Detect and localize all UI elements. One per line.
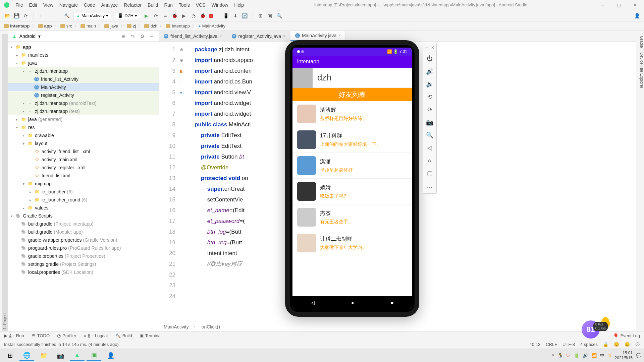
friend-item[interactable]: 杰杰有无王者选手。 bbox=[292, 204, 412, 230]
emu-power-icon[interactable]: ⏻ bbox=[423, 53, 436, 65]
friend-item[interactable]: 计科二班副群大家做下青年大学习。 bbox=[292, 230, 412, 256]
tree-node[interactable]: ▾▫zj.dzh.intentapp bbox=[8, 67, 159, 75]
sdk-icon[interactable]: ⬇ bbox=[232, 13, 238, 19]
tray-wifi-icon[interactable]: 📶 bbox=[591, 353, 597, 358]
friend-item[interactable]: 17计科群上面的问卷大家好好填一下。 bbox=[292, 127, 412, 153]
menu-window[interactable]: Window bbox=[212, 2, 228, 8]
lock-icon[interactable]: 🔒 bbox=[603, 342, 608, 347]
rail-device-file[interactable]: Device File Explorer bbox=[639, 51, 644, 90]
tool-terminal[interactable]: ▣Terminal bbox=[140, 333, 162, 338]
bc-src[interactable]: src bbox=[60, 23, 72, 28]
save-icon[interactable]: 💾 bbox=[13, 13, 19, 19]
tray-chevron-icon[interactable]: ^ bbox=[552, 353, 554, 358]
tray-shield-icon[interactable]: 🛡 bbox=[566, 353, 571, 358]
line-ending[interactable]: CRLF bbox=[546, 342, 557, 347]
tree-node[interactable]: ▾📁mipmap bbox=[8, 180, 159, 188]
expand-icon[interactable]: ⇆ bbox=[129, 34, 136, 39]
friend-item[interactable]: 渣渣辉蓝桥杯题目好好练练。 bbox=[292, 101, 412, 127]
tree-node[interactable]: ▸📁java (generated) bbox=[8, 115, 159, 123]
run-icon[interactable]: ▶ bbox=[144, 13, 150, 19]
user-icon[interactable]: 👤 bbox=[634, 13, 640, 19]
emu-overview-icon[interactable]: ▢ bbox=[423, 167, 436, 179]
tool-run[interactable]: ▶4: Run bbox=[4, 333, 24, 338]
tree-node[interactable]: Cfriend_list_Activity bbox=[8, 75, 159, 83]
bc-zj[interactable]: zj bbox=[127, 23, 136, 28]
bc-mainactivity[interactable]: ●MainActivity bbox=[198, 23, 225, 28]
menu-run[interactable]: Run bbox=[164, 2, 173, 8]
close-icon[interactable]: × bbox=[220, 34, 222, 39]
avd-icon[interactable]: 📱 bbox=[223, 13, 229, 19]
assistant-badge[interactable]: 81 0 K/s 0.1 K/s bbox=[582, 320, 608, 341]
nav-back-icon[interactable]: ◁ bbox=[311, 300, 315, 305]
tray-volume-icon[interactable]: 🔊 bbox=[583, 353, 588, 358]
emu-rotate-left-icon[interactable]: ⟲ bbox=[423, 91, 436, 103]
tray-battery-icon[interactable]: 🔋 bbox=[574, 353, 579, 358]
menu-edit[interactable]: Edit bbox=[29, 2, 37, 8]
menu-code[interactable]: Code bbox=[84, 2, 95, 8]
tree-node[interactable]: ▸📁ic_launcher_round (6) bbox=[8, 196, 159, 204]
emu-minimize-icon[interactable]: ─ bbox=[425, 45, 428, 50]
friends-list[interactable]: 渣渣辉蓝桥杯题目好好练练。17计科群上面的问卷大家好好填一下。潇潇早睡早起身体好… bbox=[292, 101, 412, 296]
tree-node[interactable]: ▾📁java bbox=[8, 59, 159, 67]
tree-node[interactable]: ▸📁manifests bbox=[8, 51, 159, 59]
tree-node[interactable]: 🐘settings.gradle (Project Settings) bbox=[8, 260, 159, 268]
crumb-class[interactable]: MainActivity bbox=[164, 324, 189, 329]
menu-view[interactable]: View bbox=[43, 2, 53, 8]
tree-node[interactable]: ▸▫zj.dzh.intentapp (androidTest) bbox=[8, 99, 159, 107]
menu-refactor[interactable]: Refactor bbox=[124, 2, 142, 8]
taskbar-app5[interactable]: ▣ bbox=[87, 350, 101, 361]
crumb-method[interactable]: onClick() bbox=[202, 324, 220, 329]
tree-node[interactable]: CMainActivity bbox=[8, 83, 159, 91]
device-combo[interactable]: 📱 DZH ▾ bbox=[115, 12, 140, 19]
close-icon[interactable]: × bbox=[283, 34, 285, 39]
emu-back-icon[interactable]: ◁ bbox=[423, 142, 436, 154]
tree-node[interactable]: 🐘build.gradle (Project: intentapp) bbox=[8, 220, 159, 228]
tree-node[interactable]: Cregister_Activity bbox=[8, 91, 159, 99]
event-log[interactable]: 🎈Event Log bbox=[613, 333, 640, 338]
taskbar-files[interactable]: 📁 bbox=[36, 350, 51, 361]
friend-item[interactable]: 婧婧吃饭去了吗? bbox=[292, 179, 412, 204]
debug-icon[interactable]: 🐞 bbox=[172, 13, 178, 19]
minimize-button[interactable]: ─ bbox=[598, 2, 608, 8]
layout-icon[interactable]: ▣ bbox=[267, 13, 273, 19]
close-icon[interactable]: × bbox=[338, 33, 341, 38]
stop-icon[interactable] bbox=[209, 14, 213, 18]
structure-icon[interactable]: ⊞ bbox=[258, 13, 264, 19]
rail-project[interactable]: 1: Project bbox=[2, 34, 8, 331]
emu-rotate-right-icon[interactable]: ⟳ bbox=[423, 104, 436, 116]
tree-node[interactable]: 🐘build.gradle (Module: app) bbox=[8, 228, 159, 236]
cursor-position[interactable]: 40:13 bbox=[530, 342, 541, 347]
tray-net-icon[interactable]: ⇅ bbox=[608, 353, 611, 358]
tree-node[interactable]: ▾📁app bbox=[8, 43, 159, 51]
view-mode-label[interactable]: Android bbox=[19, 34, 36, 39]
tree-node[interactable]: 🐘gradle.properties (Project Properties) bbox=[8, 252, 159, 260]
emu-close-icon[interactable]: ✕ bbox=[431, 45, 434, 50]
menu-help[interactable]: Help bbox=[234, 2, 244, 8]
emu-camera-icon[interactable]: 📷 bbox=[423, 116, 436, 128]
reload-icon[interactable]: ≡ bbox=[162, 13, 168, 19]
menu-analyze[interactable]: Analyze bbox=[101, 2, 118, 8]
menu-navigate[interactable]: Navigate bbox=[59, 2, 78, 8]
taskbar-camera[interactable]: 📷 bbox=[53, 350, 68, 361]
tree-node[interactable]: 🐘local.properties (SDK Location) bbox=[8, 268, 159, 276]
tool-build[interactable]: 🔨Build bbox=[115, 333, 132, 338]
hammer-icon[interactable]: 🔨 bbox=[64, 13, 70, 19]
emu-volume-up-icon[interactable]: 🔊 bbox=[423, 65, 436, 77]
profile-icon[interactable]: ◔ bbox=[191, 13, 197, 19]
taskbar-clock[interactable]: 15:01 2021/5/15 bbox=[615, 351, 633, 360]
apply-changes-icon[interactable]: ⟳ bbox=[153, 13, 159, 19]
menu-build[interactable]: Build bbox=[148, 2, 158, 8]
tool-logcat[interactable]: ≡6: Logcat bbox=[84, 333, 108, 338]
start-button[interactable]: ⊞ bbox=[3, 350, 17, 361]
emulator-screen[interactable]: 📶 🔋 7:01 intentapp dzh 好友列表 渣渣辉蓝桥杯题目好好练练… bbox=[292, 48, 412, 309]
emu-more-icon[interactable]: … bbox=[423, 180, 436, 192]
editor-tab[interactable]: CMainActivity.java× bbox=[290, 31, 346, 41]
taskbar-browser[interactable]: 🌐 bbox=[19, 350, 34, 361]
nav-recents-icon[interactable]: ■ bbox=[391, 300, 393, 305]
close-button[interactable]: ✕ bbox=[630, 2, 640, 8]
tree-node[interactable]: ▸📁ic_launcher (6) bbox=[8, 188, 159, 196]
rail-gradle[interactable]: Gradle bbox=[639, 34, 644, 50]
back-icon[interactable]: ← bbox=[39, 13, 45, 19]
bc-app[interactable]: app bbox=[38, 23, 52, 28]
sync-icon[interactable]: ⟳ bbox=[23, 13, 29, 19]
